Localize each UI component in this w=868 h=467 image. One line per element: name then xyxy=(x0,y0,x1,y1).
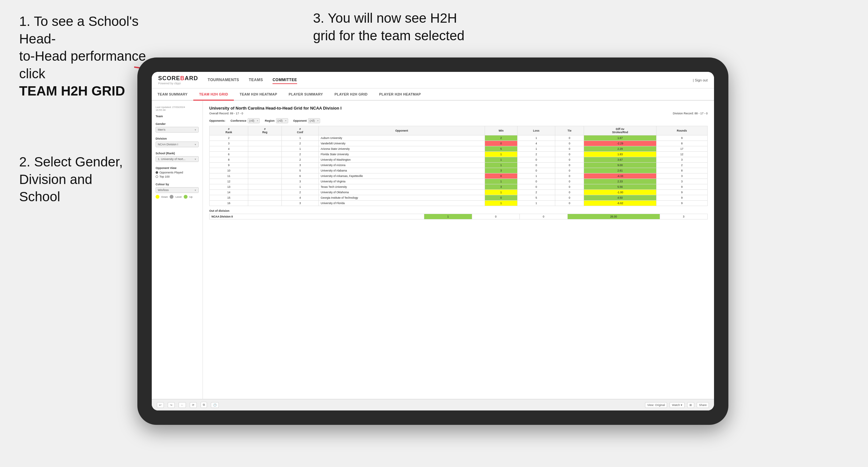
conference-select-wrapper: (All) xyxy=(248,118,260,123)
sub-nav-player-summary[interactable]: PLAYER SUMMARY xyxy=(283,89,329,101)
nav-teams[interactable]: TEAMS xyxy=(249,76,263,84)
cell-loss: 1 xyxy=(518,200,555,206)
colour-level xyxy=(169,195,174,199)
copy-button[interactable]: ⧉ xyxy=(200,402,207,408)
nav-back-button[interactable]: ← xyxy=(179,402,186,408)
cell-reg xyxy=(248,146,281,152)
logo: SCOREBARD Powered by clippi xyxy=(158,75,198,85)
region-select[interactable]: (All) xyxy=(276,118,288,123)
cell-loss: 0 xyxy=(518,184,555,190)
cell-diff: -6.62 xyxy=(584,200,656,206)
out-div-diff: 26.00 xyxy=(567,214,660,219)
table-row: 2 1 Auburn University 2 1 0 1.67 9 xyxy=(210,135,708,141)
colour-down xyxy=(156,195,159,199)
sign-out-link[interactable]: | Sign out xyxy=(693,78,708,82)
sub-nav-player-h2h-heatmap[interactable]: PLAYER H2H HEATMAP xyxy=(373,89,427,101)
view-original-button[interactable]: View: Original xyxy=(645,402,667,408)
overall-record: Overall Record: 89 - 17 - 0 xyxy=(209,112,243,115)
table-row: 4 1 Arizona State University 5 1 0 2.29 … xyxy=(210,146,708,152)
radio-dot-top100 xyxy=(156,175,158,178)
redo-button[interactable]: ↪ xyxy=(168,402,175,408)
cell-reg xyxy=(248,168,281,174)
cell-conf: 1 xyxy=(281,135,318,141)
cell-rounds: 12 xyxy=(656,152,707,157)
col-rank: # Rank xyxy=(210,126,248,135)
division-dropdown[interactable]: NCAA Division I xyxy=(156,142,199,147)
cell-win: 3 xyxy=(485,168,517,174)
present-button[interactable]: ⊞ xyxy=(687,402,694,408)
cell-loss: 2 xyxy=(518,152,555,157)
nav-committee[interactable]: COMMITTEE xyxy=(273,76,297,84)
opponent-select-wrapper: (All) xyxy=(308,118,320,123)
watch-button[interactable]: Watch ▾ xyxy=(670,402,685,408)
clock-button[interactable]: 🕐 xyxy=(211,402,219,408)
cell-diff: 2.61 xyxy=(584,168,656,174)
cell-conf: 2 xyxy=(281,157,318,163)
radio-opponents-played[interactable]: Opponents Played xyxy=(156,171,199,174)
tablet-screen: SCOREBARD Powered by clippi TOURNAMENTS … xyxy=(152,72,714,410)
colour-up xyxy=(184,195,188,199)
share-button[interactable]: Share xyxy=(697,402,709,408)
cell-reg xyxy=(248,163,281,168)
nav-bar: SCOREBARD Powered by clippi TOURNAMENTS … xyxy=(152,72,714,89)
cell-reg xyxy=(248,135,281,141)
cell-rank: 8 xyxy=(210,157,248,163)
bottom-toolbar: ↩ ↪ ← ⟳ ⧉ 🕐 View: Original Watch ▾ ⊞ Sha… xyxy=(152,399,714,410)
cell-tie: 0 xyxy=(555,179,584,184)
sub-nav-team-h2h-grid[interactable]: TEAM H2H GRID xyxy=(193,89,234,101)
cell-rounds: 17 xyxy=(656,146,707,152)
cell-tie: 0 xyxy=(555,190,584,195)
table-row: 8 2 University of Washington 1 0 0 3.67 … xyxy=(210,157,708,163)
cell-loss: 0 xyxy=(518,179,555,184)
cell-opponent: University of Arkansas, Fayetteville xyxy=(318,174,485,179)
gender-dropdown[interactable]: Men's xyxy=(156,127,199,132)
cell-tie: 0 xyxy=(555,141,584,146)
cell-rounds: 3 xyxy=(656,179,707,184)
cell-loss: 1 xyxy=(518,146,555,152)
sub-nav-team-h2h-heatmap[interactable]: TEAM H2H HEATMAP xyxy=(234,89,283,101)
cell-rounds: 9 xyxy=(656,190,707,195)
refresh-button[interactable]: ⟳ xyxy=(190,402,197,408)
col-diff: Diff AvStrokes/Rnd xyxy=(584,126,656,135)
undo-button[interactable]: ↩ xyxy=(157,402,164,408)
conference-select[interactable]: (All) xyxy=(248,118,260,123)
sub-nav-player-h2h-grid[interactable]: PLAYER H2H GRID xyxy=(329,89,373,101)
cell-tie: 0 xyxy=(555,163,584,168)
col-win: Win xyxy=(485,126,517,135)
out-division-name: NCAA Division II xyxy=(210,214,424,219)
cell-win: 1 xyxy=(485,152,517,157)
nav-tournaments[interactable]: TOURNAMENTS xyxy=(208,76,239,84)
cell-diff: 2.29 xyxy=(584,146,656,152)
annotation-step2: 2. Select Gender, Division and School xyxy=(19,153,123,206)
cell-loss: 2 xyxy=(518,190,555,195)
cell-diff: -4.33 xyxy=(584,174,656,179)
table-row: 15 4 Georgia Institute of Technology 0 5… xyxy=(210,195,708,200)
cell-tie: 0 xyxy=(555,200,584,206)
cell-tie: 0 xyxy=(555,168,584,174)
colour-legend: Down Level Up xyxy=(156,195,199,199)
cell-rank: 6 xyxy=(210,152,248,157)
sidebar-school-section: School (Rank) 1. University of Nort... xyxy=(156,152,199,162)
cell-conf: 1 xyxy=(281,184,318,190)
cell-opponent: Florida State University xyxy=(318,152,485,157)
opponents-filter-group: Opponents: xyxy=(209,119,225,122)
table-row: 3 2 Vanderbilt University 0 4 0 -2.29 8 xyxy=(210,141,708,146)
filter-row: Opponents: Conference (All) Region xyxy=(209,118,708,123)
school-dropdown[interactable]: 1. University of Nort... xyxy=(156,156,199,162)
out-div-win: 1 xyxy=(424,214,472,219)
cell-win: 2 xyxy=(485,135,517,141)
sub-nav-team-summary[interactable]: TEAM SUMMARY xyxy=(152,89,193,101)
cell-rank: 10 xyxy=(210,168,248,174)
cell-loss: 1 xyxy=(518,174,555,179)
col-tie: Tie xyxy=(555,126,584,135)
opponent-select[interactable]: (All) xyxy=(308,118,320,123)
radio-top100[interactable]: Top 100 xyxy=(156,175,199,178)
table-header-row: # Rank # Reg # Conf Opponent Win Loss Ti… xyxy=(210,126,708,135)
cell-rank: 13 xyxy=(210,184,248,190)
cell-tie: 0 xyxy=(555,157,584,163)
cell-opponent: Georgia Institute of Technology xyxy=(318,195,485,200)
sidebar-opponent-view-section: Opponent View Opponents Played Top 100 xyxy=(156,166,199,178)
cell-win: 0 xyxy=(485,141,517,146)
colour-by-dropdown[interactable]: Win/loss xyxy=(156,187,199,193)
cell-loss: 0 xyxy=(518,168,555,174)
